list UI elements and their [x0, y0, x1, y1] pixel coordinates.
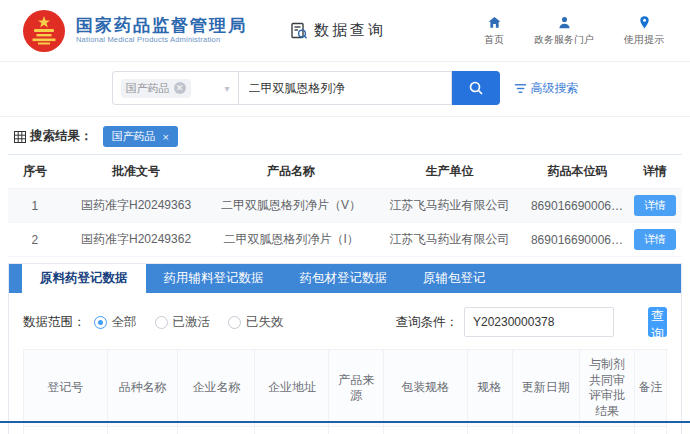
radio-icon — [94, 316, 107, 329]
cell-detail: 详情 — [628, 189, 682, 223]
query-button[interactable]: 查询 — [648, 307, 667, 337]
cell-drug-code: 86901669000625 — [527, 223, 628, 257]
results-table-header-cell: 产品名称 — [210, 155, 372, 189]
results-filter-tag-label: 国产药品 — [112, 129, 156, 144]
nav-home-label: 首页 — [484, 33, 504, 47]
pin-icon — [637, 15, 652, 30]
nav-home[interactable]: 首页 — [484, 15, 504, 47]
header-nav: 首页 政务服务门户 使用提示 — [484, 15, 664, 47]
cell-manufacturer: 江苏飞马药业有限公司 — [372, 223, 527, 257]
detail-button[interactable]: 详情 — [634, 229, 676, 250]
results-bar: 搜索结果： 国产药品 × — [0, 117, 690, 154]
org-name-en: National Medical Products Administration — [76, 36, 247, 45]
condition-input[interactable] — [464, 307, 614, 337]
cell-company-address: 苏州市木渎镇花苑东路199号 — [255, 427, 329, 434]
registration-table-header-cell: 产品来源 — [329, 350, 384, 427]
results-table-header-cell: 生产单位 — [372, 155, 527, 189]
radio-icon — [155, 316, 168, 329]
tab-bar: 原料药登记数据药用辅料登记数据药包材登记数据原辅包登记 — [9, 264, 681, 293]
category-tag-close-icon[interactable]: ✕ — [174, 82, 186, 94]
scope-radio[interactable]: 全部 — [94, 314, 137, 331]
results-table-header-cell: 药品本位码 — [527, 155, 628, 189]
grid-icon — [14, 131, 26, 143]
chevron-down-icon: ▾ — [224, 83, 229, 94]
results-table-body: 1 国药准字H20249363 二甲双胍恩格列净片（V） 江苏飞马药业有限公司 … — [8, 189, 682, 257]
radio-label: 已激活 — [173, 314, 211, 331]
filter-row: 数据范围： 全部 已激活 已失效 查询条件： 查询 — [9, 293, 681, 347]
results-filter-tag[interactable]: 国产药品 × — [103, 126, 178, 147]
cell-packaging-spec: 5g/瓶，10g/瓶，20g/瓶，30g/瓶，50g/瓶 — [384, 427, 468, 434]
data-query-icon — [289, 21, 309, 41]
registration-tab[interactable]: 药包材登记数据 — [282, 264, 406, 293]
results-table-header-cell: 序号 — [8, 155, 62, 189]
advanced-search-label: 高级搜索 — [531, 80, 579, 97]
cell-no: 2 — [8, 223, 62, 257]
category-tag-label: 国产药品 — [126, 81, 170, 96]
header: 国家药品监督管理局 National Medical Products Admi… — [0, 0, 690, 62]
cell-spec — [467, 427, 512, 434]
cell-remark — [634, 427, 666, 434]
cell-product-name: 二甲双胍恩格列净片（I） — [210, 223, 372, 257]
results-label-text: 搜索结果： — [30, 128, 93, 145]
table-row: Y20230000378 醋酸西曲瑞克 苏州天马医药集团天吉生物制药有限公司 苏… — [24, 427, 667, 434]
results-table-header-row: 序号批准文号产品名称生产单位药品本位码详情 — [8, 155, 682, 189]
nav-usage-tips-label: 使用提示 — [624, 33, 664, 47]
home-icon — [487, 15, 502, 30]
search-button[interactable] — [452, 71, 500, 105]
org-name-cn: 国家药品监督管理局 — [76, 16, 247, 36]
registration-table-header-cell: 与制剂共同审评审批结果 — [580, 350, 635, 427]
app-title-text: 数据查询 — [314, 21, 386, 40]
registration-table-header-cell: 备注 — [634, 350, 666, 427]
cell-approval-number: 国药准字H20249362 — [62, 223, 210, 257]
category-tag[interactable]: 国产药品 ✕ — [121, 79, 191, 98]
search-input[interactable] — [238, 71, 452, 105]
table-row: 1 国药准字H20249363 二甲双胍恩格列净片（V） 江苏飞马药业有限公司 … — [8, 189, 682, 223]
registration-table-header-cell: 品种名称 — [107, 350, 178, 427]
nav-gov-portal[interactable]: 政务服务门户 — [534, 15, 594, 47]
search-section: 国产药品 ✕ ▾ 高级搜索 — [0, 62, 690, 117]
cell-manufacturer: 江苏飞马药业有限公司 — [372, 189, 527, 223]
cell-detail: 详情 — [628, 223, 682, 257]
radio-label: 已失效 — [246, 314, 284, 331]
advanced-search-link[interactable]: 高级搜索 — [514, 80, 579, 97]
national-emblem-logo — [22, 9, 66, 53]
registration-table-header-cell: 包装规格 — [384, 350, 468, 427]
registration-table-header-cell: 企业地址 — [255, 350, 329, 427]
radio-icon — [228, 316, 241, 329]
registration-panel: 原料药登记数据药用辅料登记数据药包材登记数据原辅包登记 数据范围： 全部 已激活… — [8, 263, 682, 434]
cell-product-source: 境内生产 — [329, 427, 384, 434]
nav-gov-portal-label: 政务服务门户 — [534, 33, 594, 47]
registration-tab[interactable]: 药用辅料登记数据 — [146, 264, 282, 293]
results-table-header-cell: 批准文号 — [62, 155, 210, 189]
registration-table-header-row: 登记号品种名称企业名称企业地址产品来源包装规格规格更新日期与制剂共同审评审批结果… — [24, 350, 667, 427]
detail-button[interactable]: 详情 — [634, 195, 676, 216]
condition-label: 查询条件： — [396, 314, 459, 331]
app-title: 数据查询 — [289, 21, 386, 41]
cell-drug-code: 86901669000618 — [527, 189, 628, 223]
footer-divider — [0, 421, 690, 423]
registration-tab[interactable]: 原料药登记数据 — [22, 264, 146, 293]
registration-table-header-cell: 登记号 — [24, 350, 108, 427]
cell-review-result: A — [580, 427, 635, 434]
registration-table-header-cell: 企业名称 — [178, 350, 255, 427]
scope-label: 数据范围： — [23, 314, 86, 331]
nav-usage-tips[interactable]: 使用提示 — [624, 15, 664, 47]
registration-tab[interactable]: 原辅包登记 — [405, 264, 504, 293]
cell-product-name: 二甲双胍恩格列净片（V） — [210, 189, 372, 223]
user-icon — [557, 15, 572, 30]
registration-table-body: Y20230000378 醋酸西曲瑞克 苏州天马医药集团天吉生物制药有限公司 苏… — [24, 427, 667, 434]
results-filter-tag-close-icon[interactable]: × — [163, 131, 169, 143]
search-category-select[interactable]: 国产药品 ✕ ▾ — [112, 71, 238, 105]
cell-no: 1 — [8, 189, 62, 223]
cell-company-name: 苏州天马医药集团天吉生物制药有限公司 — [178, 427, 255, 434]
search-icon — [468, 80, 484, 96]
scope-radio[interactable]: 已激活 — [155, 314, 211, 331]
results-table-header-cell: 详情 — [628, 155, 682, 189]
registration-table-header-cell: 更新日期 — [512, 350, 580, 427]
results-label: 搜索结果： — [14, 128, 93, 145]
org-names: 国家药品监督管理局 National Medical Products Admi… — [76, 16, 247, 44]
scope-radio[interactable]: 已失效 — [228, 314, 284, 331]
registration-table-header-cell: 规格 — [467, 350, 512, 427]
table-row: 2 国药准字H20249362 二甲双胍恩格列净片（I） 江苏飞马药业有限公司 … — [8, 223, 682, 257]
filter-icon — [514, 82, 527, 95]
